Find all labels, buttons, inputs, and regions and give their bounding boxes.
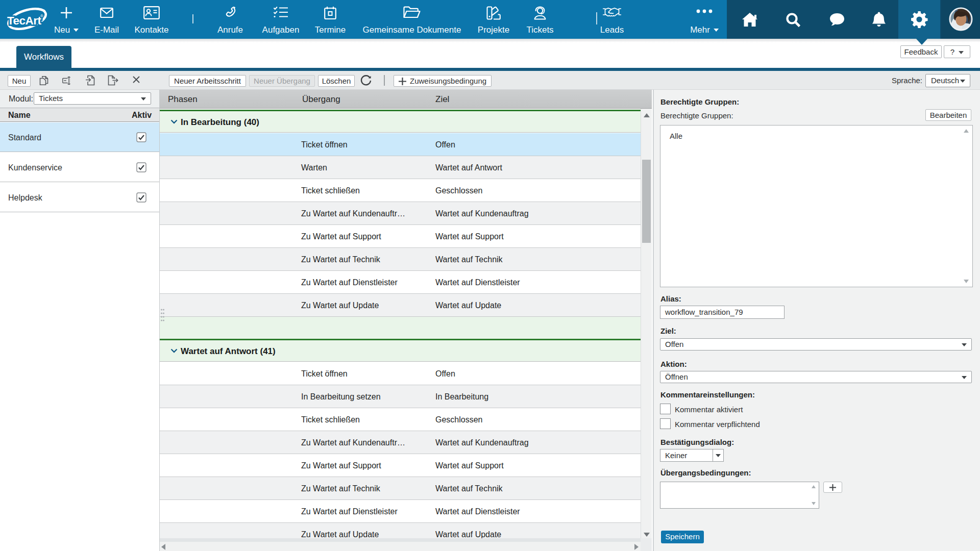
svg-text:®: ® <box>40 14 43 18</box>
svg-text:TecArt: TecArt <box>7 14 42 27</box>
